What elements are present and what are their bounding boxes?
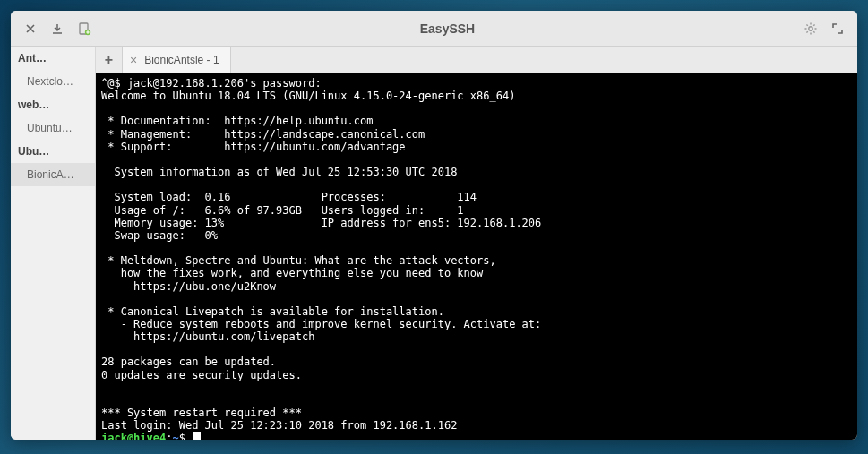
titlebar-left <box>18 16 97 41</box>
new-document-icon <box>77 21 91 36</box>
sidebar-host-item[interactable]: Nextclo… <box>11 70 95 93</box>
titlebar: EasySSH <box>11 11 857 47</box>
download-icon <box>51 22 64 35</box>
close-icon: × <box>130 53 137 67</box>
sidebar-group-header[interactable]: Ubu… <box>11 140 95 163</box>
terminal-output[interactable]: ^@$ jack@192.168.1.206's password: Welco… <box>96 73 857 440</box>
main-area: + × BionicAntsle - 1 ^@$ jack@192.168.1.… <box>96 47 857 440</box>
maximize-icon <box>832 23 843 34</box>
maximize-button[interactable] <box>825 16 850 41</box>
new-tab-button[interactable]: + <box>96 47 123 73</box>
sidebar-host-item[interactable]: Ubuntu… <box>11 116 95 140</box>
titlebar-right <box>798 16 850 41</box>
close-window-button[interactable] <box>18 16 43 41</box>
close-icon <box>25 23 36 34</box>
new-connection-button[interactable] <box>72 16 97 41</box>
hosts-sidebar: Ant… Nextclo… web… Ubuntu… Ubu… BionicA… <box>11 47 96 440</box>
sidebar-host-item[interactable]: BionicA… <box>11 163 95 186</box>
svg-point-2 <box>809 26 812 30</box>
sidebar-group-header[interactable]: web… <box>11 93 95 116</box>
settings-button[interactable] <box>798 16 823 41</box>
plus-icon: + <box>105 52 113 68</box>
window-title: EasySSH <box>97 21 798 36</box>
sidebar-group-header[interactable]: Ant… <box>11 47 95 70</box>
application-window: EasySSH Ant… Nextclo… web… Ubuntu… Ubu… … <box>11 11 857 440</box>
window-body: Ant… Nextclo… web… Ubuntu… Ubu… BionicA…… <box>11 47 857 440</box>
tab-bar: + × BionicAntsle - 1 <box>96 47 857 73</box>
terminal-tab[interactable]: × BionicAntsle - 1 <box>123 47 231 73</box>
gear-icon <box>804 21 818 36</box>
tab-label: BionicAntsle - 1 <box>144 54 219 66</box>
tab-close-button[interactable]: × <box>130 53 137 67</box>
download-button[interactable] <box>45 16 70 41</box>
